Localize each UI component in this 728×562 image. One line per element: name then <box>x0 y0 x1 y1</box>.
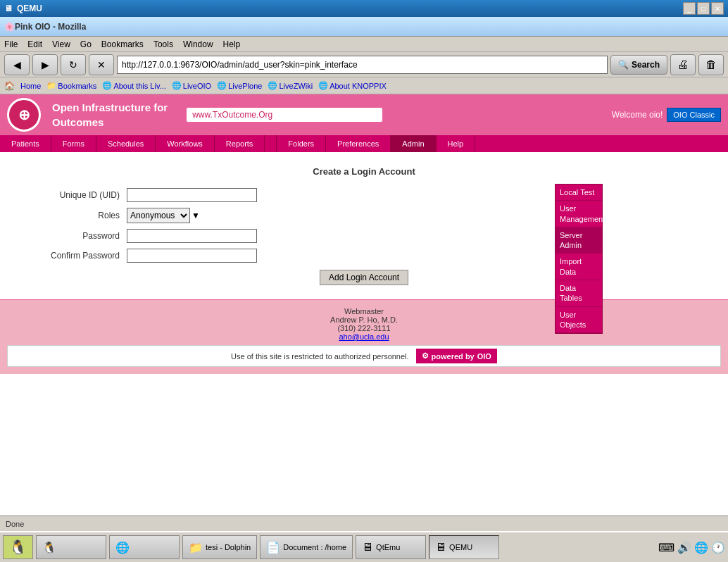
tray-clock: 🕐 <box>711 541 725 554</box>
email-link[interactable]: aho@ucla.edu <box>339 332 389 341</box>
window-icon: 🖥 <box>4 4 13 13</box>
status-text: Done <box>6 520 24 528</box>
roles-row: Roles Anonymous Admin User ▼ <box>14 208 714 223</box>
forward-button[interactable]: ▶ <box>32 54 58 75</box>
dropdown-import-data[interactable]: Import Data <box>556 254 602 280</box>
print-button[interactable]: 🖨 <box>670 54 696 75</box>
taskbar-document[interactable]: 📄 Document : /home <box>260 535 353 559</box>
menu-go[interactable]: Go <box>80 39 92 49</box>
bookmark-liveplone[interactable]: 🌐 LivePlone <box>217 81 262 90</box>
nav-patients[interactable]: Patients <box>0 135 51 152</box>
taskbar-icon-qtemu: 🖥 <box>362 541 373 554</box>
menu-bookmarks[interactable]: Bookmarks <box>101 39 144 49</box>
oio-url-input[interactable] <box>186 107 383 123</box>
nav-reports[interactable]: Reports <box>215 135 265 152</box>
nav-schedules[interactable]: Schedules <box>96 135 156 152</box>
browser-menubar: File Edit View Go Bookmarks Tools Window… <box>0 37 728 52</box>
taskbar-icon-2: 🌐 <box>115 541 130 554</box>
bookmarks-bar: 🏠 Home 📁 Bookmarks 🌐 About this Liv... 🌐… <box>0 77 728 94</box>
nav-separator <box>265 135 277 152</box>
logo-icon: ⊕ <box>18 106 30 123</box>
uid-input[interactable] <box>127 188 257 202</box>
oio-title-line2: Outcomes <box>52 115 168 130</box>
add-login-button[interactable]: Add Login Account <box>320 270 408 285</box>
oio-logo: ⊕ <box>7 98 41 132</box>
password-input[interactable] <box>127 229 257 243</box>
window-titlebar: 🖥 QEMU _ □ ✕ <box>0 0 728 17</box>
minimize-button[interactable]: _ <box>683 2 696 15</box>
bookmark-livezwiki[interactable]: 🌐 LiveZWiki <box>268 81 313 90</box>
welcome-text: Welcome oio! <box>612 110 663 120</box>
password-row: Password <box>14 229 714 243</box>
dropdown-data-tables[interactable]: Data Tables <box>556 280 602 307</box>
powered-badge: ⚙ powered by OIO <box>416 349 497 363</box>
roles-select[interactable]: Anonymous Admin User <box>127 208 190 223</box>
powered-by-label: powered by <box>432 352 475 361</box>
gear-icon: ⚙ <box>422 351 429 361</box>
footer-warning-bar: Use of this site is restricted to author… <box>7 345 721 367</box>
admin-dropdown: Local Test User Management Server Admin … <box>555 184 603 334</box>
taskbar-app-2[interactable]: 🌐 <box>109 535 180 559</box>
bookmark-about-live[interactable]: 🌐 About this Liv... <box>102 81 165 90</box>
nav-workflows[interactable]: Workflows <box>156 135 215 152</box>
nav-folders[interactable]: Folders <box>277 135 326 152</box>
menu-help[interactable]: Help <box>223 39 241 49</box>
maximize-button[interactable]: □ <box>697 2 710 15</box>
url-bar[interactable] <box>117 56 608 74</box>
taskbar-qtemu[interactable]: 🖥 QtEmu <box>356 535 426 559</box>
confirm-password-input[interactable] <box>127 249 257 263</box>
uid-label: Unique ID (UID) <box>14 190 127 200</box>
create-account-form: Unique ID (UID) Roles Anonymous Admin Us… <box>14 188 714 285</box>
oio-header: ⊕ Open Infrastructure for Outcomes Welco… <box>0 94 728 135</box>
nav-help[interactable]: Help <box>437 135 476 152</box>
trash-button[interactable]: 🗑 <box>698 54 724 75</box>
taskbar-icon-1: 🐧 <box>42 541 56 554</box>
dropdown-server-admin[interactable]: Server Admin <box>556 227 602 254</box>
confirm-password-label: Confirm Password <box>14 251 127 261</box>
tray-keyboard[interactable]: ⌨ <box>658 541 674 554</box>
reload-button[interactable]: ↻ <box>61 54 86 75</box>
close-button[interactable]: ✕ <box>711 2 724 15</box>
bookmark-home[interactable]: Home <box>20 82 41 90</box>
nav-admin[interactable]: Admin <box>391 135 436 152</box>
nav-menu: Patients Forms Schedules Workflows Repor… <box>0 135 728 152</box>
bookmark-knoppix[interactable]: 🌐 About KNOPPIX <box>318 81 387 90</box>
nav-forms[interactable]: Forms <box>51 135 96 152</box>
menu-edit[interactable]: Edit <box>27 39 42 49</box>
menu-file[interactable]: File <box>4 39 18 49</box>
webmaster-phone: (310) 222-3111 <box>7 324 721 332</box>
dropdown-user-objects[interactable]: User Objects <box>556 307 602 334</box>
bookmark-liveoio[interactable]: 🌐 LiveOIO <box>172 81 211 90</box>
search-label: Search <box>632 60 660 70</box>
webmaster-email: aho@ucla.edu <box>7 332 721 341</box>
powered-name: OIO <box>477 352 491 361</box>
window-controls: _ □ ✕ <box>683 2 724 15</box>
nav-preferences[interactable]: Preferences <box>326 135 391 152</box>
taskbar-app-1[interactable]: 🐧 <box>36 535 106 559</box>
roles-label: Roles <box>14 211 127 220</box>
tray-volume[interactable]: 🔊 <box>677 541 691 554</box>
form-title: Create a Login Account <box>14 166 714 177</box>
menu-tools[interactable]: Tools <box>153 39 173 49</box>
browser-tab-title: Pink OIO - Mozilla <box>15 22 86 32</box>
menu-view[interactable]: View <box>52 39 70 49</box>
webmaster-name: Andrew P. Ho, M.D. <box>7 316 721 324</box>
window-title: QEMU <box>17 4 42 13</box>
taskbar: 🐧 🐧 🌐 📁 tesi - Dolphin 📄 Document : /hom… <box>0 531 728 562</box>
start-button[interactable]: 🐧 <box>3 535 33 559</box>
back-button[interactable]: ◀ <box>4 54 30 75</box>
dropdown-local-test[interactable]: Local Test <box>556 185 602 201</box>
menu-window[interactable]: Window <box>183 39 213 49</box>
taskbar-label-qemu: QEMU <box>449 543 472 551</box>
search-button[interactable]: 🔍 Search <box>610 55 667 75</box>
taskbar-qemu[interactable]: 🖥 QEMU <box>429 535 499 559</box>
dropdown-user-management[interactable]: User Management <box>556 201 602 227</box>
warning-text: Use of this site is restricted to author… <box>231 352 409 361</box>
stop-button[interactable]: ✕ <box>89 54 114 75</box>
taskbar-icon-dolphin: 📁 <box>189 541 203 554</box>
taskbar-dolphin[interactable]: 📁 tesi - Dolphin <box>182 535 257 559</box>
tray-network[interactable]: 🌐 <box>694 541 708 554</box>
oio-classic-button[interactable]: OIO Classic <box>667 108 721 122</box>
submit-row: Add Login Account <box>14 270 714 285</box>
bookmark-bookmarks[interactable]: 📁 Bookmarks <box>46 81 96 90</box>
